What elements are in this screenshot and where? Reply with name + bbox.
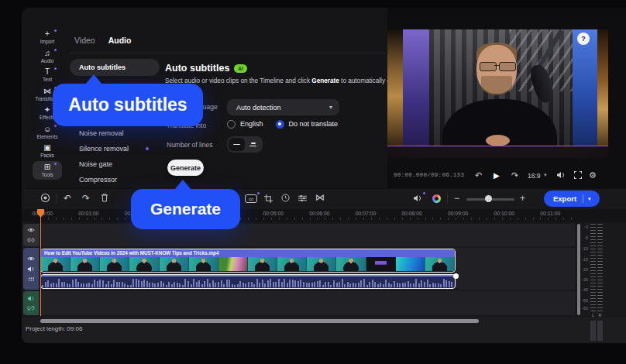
track-visibility-icon[interactable] <box>27 256 36 263</box>
help-button[interactable]: ? <box>577 33 590 45</box>
toolbar-divider <box>447 194 448 204</box>
undo-icon[interactable]: ↶ <box>64 194 71 204</box>
video-clip[interactable]: How to Edit YouTube Videos in 2024 with … <box>40 249 456 273</box>
sidebar-item[interactable]: T Text <box>33 66 62 84</box>
track-options-icon[interactable] <box>27 276 36 283</box>
track-row-audio[interactable] <box>39 291 575 315</box>
audio-meter-left <box>590 224 596 314</box>
zoom-out-icon[interactable]: − <box>454 193 459 204</box>
sidebar-item-label: Tools <box>41 172 53 177</box>
chevron-down-icon[interactable]: ▾ <box>544 172 547 178</box>
audio-clip[interactable] <box>40 274 456 289</box>
generate-button[interactable]: Generate <box>167 160 204 176</box>
clip-trim-handle[interactable] <box>453 273 459 279</box>
panel-tab[interactable]: Video <box>74 36 95 45</box>
track-header-audio <box>23 291 39 315</box>
track-row-overlay[interactable] <box>39 224 575 246</box>
ruler-time-label: 00:06:00 <box>297 211 343 216</box>
callout-pointer <box>85 74 102 84</box>
app-window: + Import ♫ Audio T Text ⋈ Transitions ✦ … <box>0 0 626 364</box>
new-feature-dot-icon <box>423 192 425 194</box>
sidebar-item-label: Elements <box>36 134 57 139</box>
track-mute-icon[interactable] <box>27 295 36 302</box>
description-text: to automatically create <box>339 77 389 84</box>
meter-db-label: -10 <box>573 246 588 251</box>
audio-levels-icon[interactable] <box>298 194 307 202</box>
audio-tool-item[interactable]: Noise gate <box>70 156 160 172</box>
sidebar-item-label: Packs <box>40 153 54 158</box>
lines-toggle <box>227 136 263 153</box>
radio-option[interactable]: Do not translate <box>276 120 340 129</box>
sidebar-item-label: Audio <box>41 58 54 64</box>
export-button[interactable]: Export ▾ <box>544 191 600 207</box>
new-feature-dot-icon <box>54 163 57 165</box>
meter-db-label: -40 <box>573 287 588 292</box>
track-mute-icon[interactable] <box>27 266 36 273</box>
color-wheel-icon[interactable] <box>432 194 441 203</box>
zoom-in-icon[interactable]: + <box>520 193 525 204</box>
vertical-scrollbar[interactable] <box>577 224 580 315</box>
sidebar-item-icon: ☺ <box>43 125 51 133</box>
audio-tool-item[interactable]: Silence removal <box>70 141 160 156</box>
fullscreen-icon[interactable] <box>574 171 582 179</box>
project-length: Project length: 09:06 <box>26 325 82 332</box>
timeline-volume-icon[interactable] <box>413 194 422 202</box>
new-feature-dot-icon <box>257 192 260 194</box>
panel-tab[interactable]: Audio <box>108 36 132 45</box>
audio-tool-label: Noise gate <box>79 160 112 168</box>
sidebar-item[interactable]: + Import <box>33 28 62 46</box>
sidebar-item[interactable]: ♫ Audio <box>33 47 62 66</box>
ai-badge: AI <box>234 64 247 73</box>
redo-icon[interactable]: ↷ <box>82 194 90 204</box>
scene-vignette <box>387 29 608 158</box>
two-lines-option[interactable] <box>245 138 261 151</box>
record-icon[interactable] <box>40 193 50 203</box>
translate-radio-group: English Do not translate <box>227 118 339 130</box>
clip-speed-icon[interactable] <box>281 194 290 202</box>
detail-description: Select audio or video clips on the Timel… <box>165 77 389 84</box>
play-icon[interactable]: ▶ <box>494 170 500 180</box>
sidebar-item-icon: ♫ <box>44 50 50 57</box>
sidebar-item[interactable]: ▣ Packs <box>33 142 62 160</box>
track-visibility-icon[interactable] <box>27 227 36 234</box>
language-dropdown-value: Auto detection <box>236 104 329 112</box>
sidebar-item-icon: ⊞ <box>44 163 50 171</box>
preview-volume-icon[interactable] <box>556 171 566 179</box>
audio-tool-item[interactable]: Compressor <box>70 172 160 187</box>
timeline-ruler[interactable]: 00:00:0000:01:0000:02:0000:03:0000:04:00… <box>19 211 573 216</box>
jump-back-icon[interactable]: ↶ <box>475 170 482 180</box>
meter-channel-labels: LR <box>590 313 603 318</box>
transition-wizard-icon[interactable]: ⋈ <box>315 193 325 203</box>
language-dropdown[interactable]: Auto detection ▾ <box>227 99 339 115</box>
clip-filmstrip <box>41 257 455 272</box>
ruler-ticks[interactable] <box>40 218 579 220</box>
jump-forward-icon[interactable]: ↷ <box>511 170 518 180</box>
sidebar-item[interactable]: ⊞ Tools <box>33 161 62 180</box>
track-unlink-icon[interactable] <box>27 305 36 312</box>
audio-tool-item[interactable]: Noise removal <box>70 125 160 141</box>
subtitles-tool-icon[interactable]: cc <box>245 194 257 203</box>
sidebar-item-icon: T <box>45 68 50 76</box>
audio-tool-label: Silence removal <box>79 145 129 153</box>
crop-icon[interactable] <box>264 194 273 203</box>
export-label: Export <box>553 194 576 203</box>
radio-option[interactable]: English <box>227 120 265 129</box>
ruler-time-label: 00:08:00 <box>389 211 435 216</box>
meter-channel-label: R <box>597 313 603 318</box>
horizontal-scrollbar[interactable] <box>40 319 479 323</box>
delete-icon[interactable] <box>100 193 109 203</box>
audio-tool-item[interactable]: Auto subtitles <box>70 59 160 76</box>
audio-tool-label: Auto subtitles <box>79 64 126 71</box>
sidebar-item-label: Import <box>40 39 54 44</box>
gear-icon[interactable]: ⚙ <box>589 170 597 180</box>
meter-peak-block <box>597 321 603 341</box>
track-link-icon[interactable] <box>27 237 36 244</box>
panel-tabs: VideoAudio <box>74 36 131 45</box>
description-bold: Generate <box>311 77 339 84</box>
aspect-ratio-selector[interactable]: 16:9 <box>528 172 541 180</box>
sidebar-item[interactable]: ☺ Elements <box>33 123 62 142</box>
clip-title-bar: How to Edit YouTube Videos in 2024 with … <box>41 249 455 257</box>
one-line-option[interactable] <box>229 138 245 151</box>
chevron-down-icon[interactable]: ▾ <box>588 196 591 202</box>
zoom-slider-thumb[interactable] <box>485 195 492 202</box>
